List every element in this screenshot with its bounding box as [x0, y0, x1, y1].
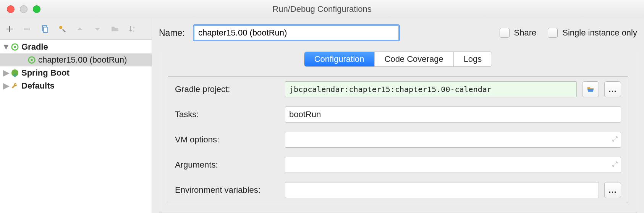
svg-point-6	[14, 46, 16, 48]
gradle-project-browse-button[interactable]	[582, 81, 599, 97]
folder-icon	[110, 24, 120, 34]
wrench-gear-icon	[58, 24, 67, 34]
tasks-input[interactable]: bootRun	[285, 106, 621, 123]
plus-icon	[5, 24, 14, 34]
tree-node-chapter15[interactable]: chapter15.00 (bootRun)	[0, 53, 152, 66]
collapse-arrow-icon[interactable]: ▶	[2, 68, 10, 78]
config-panel: Configuration Code Coverage Logs Gradle …	[159, 52, 637, 213]
tab-logs[interactable]: Logs	[454, 52, 492, 66]
tab-strip: Configuration Code Coverage Logs	[159, 52, 637, 68]
tree-label: Defaults	[21, 81, 55, 91]
sort-button[interactable]: az	[127, 23, 138, 35]
gradle-icon	[10, 43, 20, 51]
env-vars-more-button[interactable]: ...	[604, 182, 621, 198]
expand-icon[interactable]	[612, 160, 618, 170]
env-vars-input[interactable]	[285, 182, 599, 198]
copy-icon	[40, 24, 49, 34]
checkbox-icon	[548, 28, 558, 38]
folder-button[interactable]	[109, 23, 121, 35]
tree-node-gradle[interactable]: ▼ Gradle	[0, 40, 152, 53]
tree-label: chapter15.00 (bootRun)	[38, 55, 127, 65]
arguments-label: Arguments:	[175, 160, 280, 170]
add-configuration-button[interactable]	[4, 23, 15, 35]
gradle-project-field[interactable]: jbcpcalendar:chapter15:chapter15.00-cale…	[285, 81, 577, 97]
config-tree[interactable]: ▼ Gradle chapter15.00 (bootRun) ▶ Spring…	[0, 40, 152, 213]
single-instance-checkbox[interactable]: Single instance only	[548, 28, 637, 38]
remove-configuration-button[interactable]	[21, 23, 33, 35]
copy-configuration-button[interactable]	[39, 23, 50, 35]
wrench-icon	[10, 82, 20, 90]
checkbox-icon	[500, 28, 510, 38]
tab-code-coverage[interactable]: Code Coverage	[375, 52, 454, 66]
expand-icon[interactable]	[612, 135, 618, 145]
move-down-button[interactable]	[92, 23, 103, 35]
svg-rect-1	[44, 27, 48, 32]
sidebar-toolbar: az	[0, 18, 152, 40]
chevron-up-icon	[75, 24, 84, 34]
gradle-project-more-button[interactable]: ...	[604, 81, 621, 97]
chevron-down-icon	[93, 24, 102, 34]
tree-node-defaults[interactable]: ▶ Defaults	[0, 79, 152, 92]
minus-icon	[23, 24, 32, 34]
name-input[interactable]	[193, 25, 400, 41]
form-area: Gradle project: jbcpcalendar:chapter15:c…	[168, 76, 628, 203]
expand-arrow-icon[interactable]: ▼	[2, 42, 10, 52]
title-bar: Run/Debug Configurations	[0, 0, 644, 18]
tasks-label: Tasks:	[175, 110, 280, 119]
svg-point-10	[13, 74, 16, 77]
share-label: Share	[514, 28, 537, 38]
env-vars-label: Environment variables:	[175, 185, 280, 195]
collapse-arrow-icon[interactable]: ▶	[2, 81, 10, 91]
svg-point-2	[59, 26, 62, 29]
share-checkbox[interactable]: Share	[500, 28, 537, 38]
vm-options-input[interactable]	[285, 132, 621, 148]
dialog-title: Run/Debug Configurations	[0, 4, 644, 14]
details-pane: Name: Share Single instance only Configu…	[152, 18, 644, 213]
tree-label: Gradle	[21, 42, 48, 52]
edit-defaults-button[interactable]	[57, 23, 68, 35]
single-instance-label: Single instance only	[562, 28, 637, 38]
svg-text:z: z	[133, 29, 134, 33]
move-up-button[interactable]	[74, 23, 86, 35]
vm-options-label: VM options:	[175, 135, 280, 145]
gradle-project-value: jbcpcalendar:chapter15:chapter15.00-cale…	[289, 85, 492, 94]
sidebar: az ▼ Gradle chapter15.00 (bootRun) ▶	[0, 18, 152, 213]
folder-open-icon	[586, 85, 595, 94]
tree-node-spring-boot[interactable]: ▶ Spring Boot	[0, 66, 152, 79]
spring-boot-icon	[10, 69, 20, 77]
tab-configuration[interactable]: Configuration	[304, 52, 375, 66]
name-label: Name:	[159, 28, 193, 38]
svg-point-8	[31, 59, 33, 61]
gradle-project-label: Gradle project:	[175, 84, 280, 94]
sort-az-icon: az	[128, 24, 137, 34]
tasks-value: bootRun	[289, 110, 321, 119]
svg-text:a: a	[133, 26, 135, 29]
tree-label: Spring Boot	[21, 68, 70, 78]
arguments-input[interactable]	[285, 157, 621, 173]
gradle-icon	[27, 56, 37, 64]
